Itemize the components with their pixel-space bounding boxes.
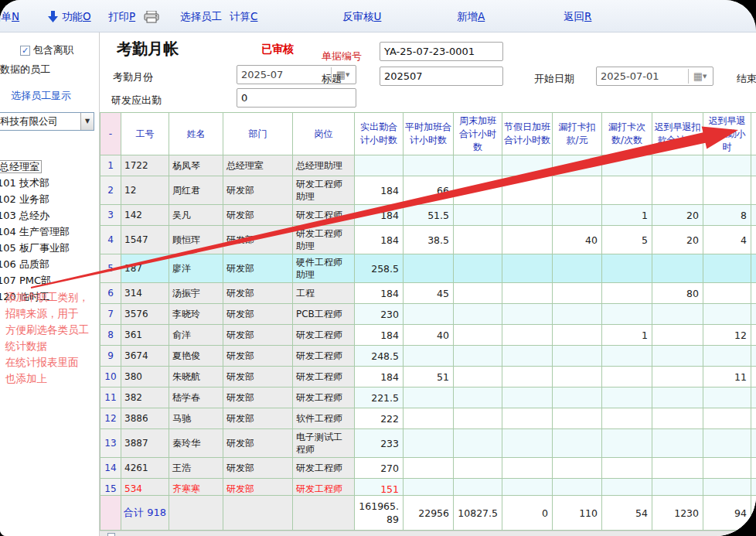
row-number-cell[interactable]: 3 bbox=[100, 205, 121, 226]
value-cell[interactable] bbox=[703, 387, 751, 408]
table-row[interactable]: 11382嵇学春研发部研发工程师221.5 bbox=[100, 387, 756, 408]
value-cell[interactable] bbox=[652, 367, 703, 387]
department-cell[interactable]: 研发部 bbox=[223, 283, 293, 304]
value-cell[interactable] bbox=[355, 155, 404, 176]
employee-name-cell[interactable]: 廖洋 bbox=[169, 254, 223, 283]
value-cell[interactable]: 4 bbox=[703, 226, 751, 254]
value-cell[interactable] bbox=[703, 346, 751, 367]
value-cell[interactable] bbox=[652, 254, 703, 283]
value-cell[interactable]: 8 bbox=[703, 205, 751, 226]
value-cell[interactable]: 221.5 bbox=[355, 387, 404, 408]
value-cell[interactable] bbox=[751, 226, 756, 254]
employee-name-cell[interactable]: 秦玲华 bbox=[169, 429, 223, 458]
department-cell[interactable]: 研发部 bbox=[223, 367, 293, 387]
row-number-cell[interactable]: 14 bbox=[100, 458, 121, 479]
value-cell[interactable] bbox=[553, 408, 602, 429]
value-cell[interactable] bbox=[703, 155, 751, 176]
value-cell[interactable] bbox=[454, 479, 502, 496]
value-cell[interactable] bbox=[502, 226, 553, 254]
value-cell[interactable] bbox=[454, 205, 502, 226]
value-cell[interactable]: 40 bbox=[553, 226, 602, 254]
department-cell[interactable]: 研发部 bbox=[223, 254, 293, 283]
value-cell[interactable]: 184 bbox=[355, 205, 404, 226]
value-cell[interactable] bbox=[703, 408, 751, 429]
table-row[interactable]: 3142吴凡研发部研发工程师18451.51208 bbox=[100, 205, 756, 226]
value-cell[interactable]: 248.5 bbox=[355, 346, 404, 367]
value-cell[interactable] bbox=[652, 155, 703, 176]
row-number-cell[interactable]: 6 bbox=[100, 283, 121, 304]
value-cell[interactable] bbox=[553, 479, 602, 496]
select-employee-display-link[interactable]: 选择员工显示 bbox=[11, 89, 99, 103]
value-cell[interactable]: 38.5 bbox=[404, 226, 454, 254]
include-resigned-checkbox[interactable]: ✓ bbox=[20, 46, 30, 56]
employee-id-cell[interactable]: 142 bbox=[121, 205, 169, 226]
value-cell[interactable] bbox=[404, 458, 454, 479]
value-cell[interactable] bbox=[751, 387, 756, 408]
value-cell[interactable] bbox=[751, 325, 756, 346]
row-number-cell[interactable]: 1 bbox=[100, 155, 121, 176]
department-cell[interactable]: 研发部 bbox=[223, 408, 293, 429]
value-cell[interactable]: 184 bbox=[355, 367, 404, 387]
value-cell[interactable]: 184 bbox=[355, 226, 404, 254]
value-cell[interactable] bbox=[404, 408, 454, 429]
department-cell[interactable]: 研发部 bbox=[223, 429, 293, 458]
value-cell[interactable]: 51 bbox=[404, 367, 454, 387]
value-cell[interactable] bbox=[502, 387, 553, 408]
menu-item-A[interactable]: 新增A bbox=[457, 10, 485, 24]
position-cell[interactable]: 研发工程师 bbox=[293, 205, 355, 226]
table-row[interactable]: 41547顾恒珲研发部研发工程师助理18438.5405204 bbox=[100, 226, 756, 254]
position-cell[interactable]: 电子测试工程师 bbox=[293, 429, 355, 458]
value-cell[interactable] bbox=[553, 387, 602, 408]
position-cell[interactable]: 研发工程师助理 bbox=[293, 176, 355, 205]
employee-id-cell[interactable]: 382 bbox=[121, 387, 169, 408]
printer-icon[interactable] bbox=[144, 11, 159, 23]
value-cell[interactable]: 20 bbox=[652, 205, 703, 226]
menu-item-P[interactable]: 打印P bbox=[108, 10, 135, 24]
row-number-cell[interactable]: 5 bbox=[100, 254, 121, 283]
company-select[interactable]: 电子科技有限公司 ▼ bbox=[0, 112, 94, 131]
value-cell[interactable] bbox=[454, 226, 502, 254]
value-cell[interactable] bbox=[652, 387, 703, 408]
value-cell[interactable]: 11 bbox=[703, 367, 751, 387]
value-cell[interactable] bbox=[751, 408, 756, 429]
row-number-cell[interactable]: 13 bbox=[100, 429, 121, 458]
rd-required-input[interactable]: 0 bbox=[237, 88, 356, 108]
value-cell[interactable]: 5 bbox=[602, 226, 652, 254]
value-cell[interactable] bbox=[703, 176, 751, 205]
value-cell[interactable] bbox=[751, 176, 756, 205]
value-cell[interactable] bbox=[553, 325, 602, 346]
employee-id-cell[interactable]: 1722 bbox=[121, 155, 169, 176]
department-item[interactable]: 105 板厂事业部 bbox=[0, 240, 99, 256]
row-number-cell[interactable]: 11 bbox=[100, 387, 121, 408]
value-cell[interactable] bbox=[703, 304, 751, 325]
value-cell[interactable]: 151 bbox=[355, 479, 404, 496]
value-cell[interactable] bbox=[404, 304, 454, 325]
value-cell[interactable] bbox=[602, 429, 652, 458]
value-cell[interactable] bbox=[602, 176, 652, 205]
department-item[interactable]: 103 总经办 bbox=[0, 207, 99, 224]
department-cell[interactable]: 研发部 bbox=[223, 346, 293, 367]
value-cell[interactable] bbox=[652, 458, 703, 479]
menu-item-3[interactable]: 选择员工 bbox=[180, 10, 222, 24]
value-cell[interactable] bbox=[454, 155, 502, 176]
value-cell[interactable]: 1 bbox=[602, 325, 652, 346]
value-cell[interactable] bbox=[454, 408, 502, 429]
value-cell[interactable] bbox=[652, 429, 703, 458]
value-cell[interactable] bbox=[553, 304, 602, 325]
employee-id-cell[interactable]: 534 bbox=[121, 479, 169, 496]
employee-id-cell[interactable]: 361 bbox=[121, 325, 169, 346]
row-number-cell[interactable]: 15 bbox=[100, 479, 121, 496]
table-row[interactable]: 133887秦玲华研发部电子测试工程师233 bbox=[100, 429, 756, 458]
value-cell[interactable] bbox=[553, 346, 602, 367]
value-cell[interactable] bbox=[502, 408, 553, 429]
row-number-cell[interactable]: 9 bbox=[100, 346, 121, 367]
position-cell[interactable]: 研发工程师 bbox=[293, 325, 355, 346]
position-cell[interactable]: 研发工程师助理 bbox=[293, 226, 355, 254]
value-cell[interactable] bbox=[703, 254, 751, 283]
value-cell[interactable] bbox=[404, 155, 454, 176]
value-cell[interactable]: 51.5 bbox=[404, 205, 454, 226]
table-row[interactable]: 11722杨凤琴总经理室总经理助理 bbox=[100, 155, 756, 176]
position-cell[interactable]: 硬件工程师助理 bbox=[293, 254, 355, 283]
value-cell[interactable] bbox=[703, 429, 751, 458]
row-number-cell[interactable]: 4 bbox=[100, 226, 121, 254]
